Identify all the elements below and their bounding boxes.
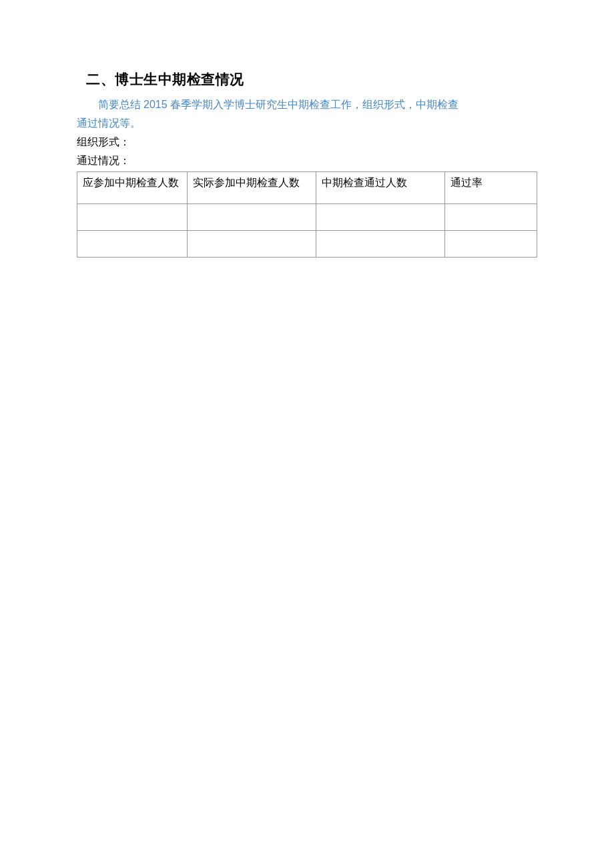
- cell-r2c4: [445, 231, 537, 258]
- cell-r2c3: [316, 231, 445, 258]
- intro-paragraph-line1: 简要总结 2015 春季学期入学博士研究生中期检查工作，组织形式，中期检查: [77, 97, 537, 113]
- midterm-check-table: 应参加中期检查人数 实际参加中期检查人数 中期检查通过人数 通过率: [77, 171, 537, 258]
- intro-year: 2015: [143, 99, 168, 110]
- intro-text-part2: 春季学期入学博士研究生中期检查工作，组织形式，中期检查: [168, 99, 458, 110]
- cell-r2c2: [188, 231, 316, 258]
- header-col4: 通过率: [445, 172, 537, 204]
- cell-r1c3: [316, 204, 445, 231]
- cell-r2c1: [77, 231, 188, 258]
- org-form-label: 组织形式：: [77, 134, 537, 150]
- header-col3: 中期检查通过人数: [316, 172, 445, 204]
- section-heading: 二、博士生中期检查情况: [86, 70, 537, 89]
- cell-r1c4: [445, 204, 537, 231]
- pass-status-label: 通过情况：: [77, 153, 537, 169]
- table-row: [77, 231, 537, 258]
- table-row: [77, 204, 537, 231]
- cell-r1c1: [77, 204, 188, 231]
- header-col2: 实际参加中期检查人数: [188, 172, 316, 204]
- header-col1: 应参加中期检查人数: [77, 172, 188, 204]
- cell-r1c2: [188, 204, 316, 231]
- intro-paragraph-line2: 通过情况等。: [77, 115, 537, 131]
- table-header-row: 应参加中期检查人数 实际参加中期检查人数 中期检查通过人数 通过率: [77, 172, 537, 204]
- intro-text-part1: 简要总结: [98, 99, 143, 110]
